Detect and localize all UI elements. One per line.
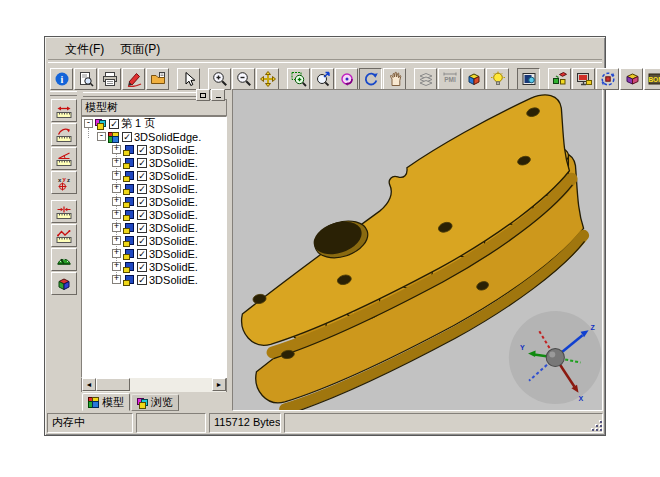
solid-cube-button[interactable]	[620, 68, 643, 90]
refresh-button[interactable]	[359, 68, 382, 90]
menu-file[interactable]: 文件(F)	[57, 39, 112, 60]
pan-arrows-button[interactable]	[256, 68, 279, 90]
tree-item-label[interactable]: 3DSolidE.	[149, 183, 198, 195]
tree-row-assembly[interactable]: - ✓ 3DSolidEdge.	[82, 130, 226, 143]
measure-polyline-button[interactable]	[51, 224, 77, 247]
tree-item-label[interactable]: 3DSolidE.	[149, 274, 198, 286]
tree-row-part[interactable]: +✓3DSolidE.	[82, 221, 226, 234]
tree-item-label[interactable]: 3DSolidEdge.	[134, 131, 201, 143]
scroll-left-button[interactable]: ◄	[82, 378, 96, 391]
tree-expand-box[interactable]: +	[112, 171, 121, 180]
tree-collapse-box[interactable]: -	[84, 119, 93, 128]
measure-area-button[interactable]	[51, 248, 77, 271]
layers-button[interactable]	[414, 68, 437, 90]
display-mode-button[interactable]	[517, 68, 540, 90]
tree-row-part[interactable]: +✓3DSolidE.	[82, 169, 226, 182]
resize-grip[interactable]	[589, 418, 602, 431]
tree-checkbox[interactable]: ✓	[122, 132, 132, 142]
tree-expand-box[interactable]: +	[112, 223, 121, 232]
tree-expand-box[interactable]: +	[112, 145, 121, 154]
pmi-button[interactable]: PMI	[438, 68, 461, 90]
bounding-box-button[interactable]	[51, 272, 77, 295]
tree-item-label[interactable]: 3DSolidE.	[149, 170, 198, 182]
tree-checkbox[interactable]: ✓	[137, 197, 147, 207]
tree-collapse-box[interactable]: -	[97, 132, 106, 141]
tree-horizontal-scrollbar[interactable]: ◄ ►	[81, 378, 227, 392]
tree-row-page[interactable]: - ✓ 第 1 页	[82, 117, 226, 130]
rotate-view-button[interactable]	[335, 68, 358, 90]
toolbar-grip[interactable]	[50, 91, 77, 96]
tree-checkbox[interactable]: ✓	[137, 223, 147, 233]
panel-hide-button[interactable]	[211, 89, 225, 101]
tree-expand-box[interactable]: +	[112, 249, 121, 258]
bom-button[interactable]: BOM	[644, 68, 660, 90]
viewport-3d[interactable]: Z X Y	[232, 89, 603, 411]
coordinate-xyz-button[interactable]: xyz	[51, 171, 77, 194]
tree-expand-box[interactable]: +	[112, 236, 121, 245]
update-view-button[interactable]	[596, 68, 619, 90]
tree-row-part[interactable]: +✓3DSolidE.	[82, 195, 226, 208]
tree-expand-box[interactable]: +	[112, 197, 121, 206]
tree-checkbox[interactable]: ✓	[137, 275, 147, 285]
tree-checkbox[interactable]: ✓	[137, 184, 147, 194]
tree-row-part[interactable]: +✓3DSolidE.	[82, 182, 226, 195]
tree-row-part[interactable]: +✓3DSolidE.	[82, 273, 226, 286]
tree-item-label[interactable]: 3DSolidE.	[149, 196, 198, 208]
export-button[interactable]	[146, 68, 169, 90]
menu-page[interactable]: 页面(P)	[112, 39, 168, 60]
tree-row-part[interactable]: +✓3DSolidE.	[82, 260, 226, 273]
tab-model[interactable]: 模型	[82, 393, 130, 411]
tree-checkbox[interactable]: ✓	[137, 236, 147, 246]
measure-gap-button[interactable]	[51, 200, 77, 223]
tree-item-label[interactable]: 3DSolidE.	[149, 261, 198, 273]
scroll-thumb[interactable]	[96, 378, 130, 391]
tab-browse[interactable]: 浏览	[131, 394, 179, 411]
tree-checkbox[interactable]: ✓	[137, 158, 147, 168]
tree-checkbox[interactable]: ✓	[137, 145, 147, 155]
zoom-dynamic-button[interactable]	[311, 68, 334, 90]
tree-row-part[interactable]: +✓3DSolidE.	[82, 208, 226, 221]
print-preview-button[interactable]	[74, 68, 97, 90]
tree-expand-box[interactable]: +	[112, 275, 121, 284]
tree-row-part[interactable]: +✓3DSolidE.	[82, 234, 226, 247]
tree-item-label[interactable]: 3DSolidE.	[149, 222, 198, 234]
zoom-in-button[interactable]	[208, 68, 231, 90]
tree-expand-box[interactable]: +	[112, 158, 121, 167]
tree-expand-box[interactable]: +	[112, 262, 121, 271]
tree-item-label[interactable]: 第 1 页	[121, 116, 155, 131]
tree-row-part[interactable]: +✓3DSolidE.	[82, 143, 226, 156]
info-button[interactable]: i	[50, 68, 73, 90]
tree-expand-box[interactable]: +	[112, 184, 121, 193]
zoom-window-button[interactable]	[287, 68, 310, 90]
tree-checkbox[interactable]: ✓	[137, 262, 147, 272]
lighting-button[interactable]	[486, 68, 509, 90]
scroll-right-button[interactable]: ►	[212, 378, 226, 391]
pan-hand-button[interactable]	[383, 68, 406, 90]
print-button[interactable]	[98, 68, 121, 90]
tree-row-part[interactable]: +✓3DSolidE.	[82, 156, 226, 169]
measure-radius-button[interactable]	[51, 123, 77, 146]
tree-checkbox[interactable]: ✓	[137, 171, 147, 181]
zoom-out-button[interactable]	[232, 68, 255, 90]
markup-pen-button[interactable]	[122, 68, 145, 90]
tree-item-label[interactable]: 3DSolidE.	[149, 157, 198, 169]
tree-item-label[interactable]: 3DSolidE.	[149, 209, 198, 221]
assembly-parts-button[interactable]	[548, 68, 571, 90]
panel-drag-handle[interactable]	[81, 89, 227, 99]
orientation-trackball[interactable]: Z X Y	[509, 311, 602, 404]
tree-item-label[interactable]: 3DSolidE.	[149, 144, 198, 156]
tree-expand-box[interactable]: +	[112, 210, 121, 219]
model-tree[interactable]: - ✓ 第 1 页 - ✓ 3DSolidEdge. +✓3DSolidE. +…	[81, 116, 227, 378]
view-cube-button[interactable]	[462, 68, 485, 90]
measure-angle-button[interactable]	[51, 147, 77, 170]
tree-item-label[interactable]: 3DSolidE.	[149, 235, 198, 247]
measure-distance-button[interactable]	[51, 99, 77, 122]
tree-row-part[interactable]: +✓3DSolidE.	[82, 247, 226, 260]
panel-float-button[interactable]	[196, 89, 210, 101]
tree-checkbox[interactable]: ✓	[137, 210, 147, 220]
tree-checkbox[interactable]: ✓	[109, 119, 119, 129]
tree-item-label[interactable]: 3DSolidE.	[149, 248, 198, 260]
screen-capture-button[interactable]	[572, 68, 595, 90]
select-arrow-button[interactable]	[177, 68, 200, 90]
tree-checkbox[interactable]: ✓	[137, 249, 147, 259]
